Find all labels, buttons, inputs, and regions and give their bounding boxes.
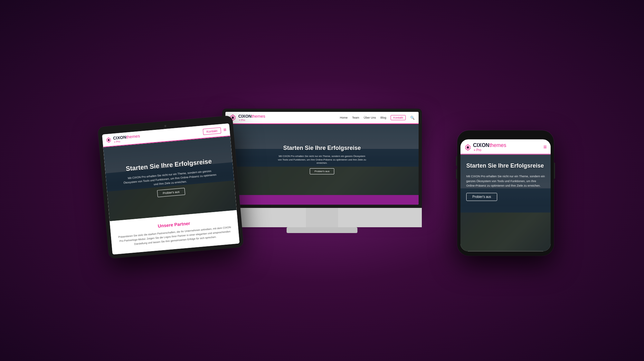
monitor-foot — [287, 227, 357, 233]
tablet-logo-text: CIXON themes » Pro — [113, 133, 140, 143]
logo-text-wrapper: CIXON themes » Pro — [238, 114, 265, 122]
tablet-hero-cta[interactable]: Probier's aus — [157, 188, 185, 197]
phone-hero-title: Starten Sie Ihre Erfolgsreise — [466, 162, 544, 170]
tablet-nav-right: Kontakt ≡ — [203, 127, 227, 135]
phone-hero-subtitle: Mit CIXON Pro erhalten Sie nicht nur ein… — [466, 174, 545, 188]
phone-hero: Starten Sie Ihre Erfolgsreise Mit CIXON … — [460, 154, 551, 251]
phone-hero-cta[interactable]: Probier's aus — [466, 193, 497, 201]
phone-navbar: CIXON themes » Pro ≡ — [460, 139, 551, 154]
nav-kontakt-button[interactable]: Kontakt — [391, 115, 406, 120]
phone-brand-suffix: themes — [489, 142, 506, 148]
tablet-logo-diamond-icon — [106, 137, 112, 143]
tablet-camera — [164, 125, 166, 127]
monitor-logo: CIXON themes » Pro — [229, 114, 340, 122]
monitor-hero: Starten Sie Ihre Erfolgsreise Mit CIXON … — [225, 124, 419, 195]
tablet-hero-content: Starten Sie Ihre Erfolgsreise Mit CIXON … — [103, 136, 237, 221]
phone-notch — [489, 130, 522, 137]
hamburger-menu-icon[interactable]: ≡ — [223, 127, 227, 133]
monitor-hero-content: Starten Sie Ihre Erfolgsreise Mit CIXON … — [225, 124, 419, 195]
phone-vol-up-button — [456, 156, 457, 166]
phone-hamburger-icon[interactable]: ≡ — [543, 144, 547, 151]
search-icon[interactable]: 🔍 — [410, 116, 415, 120]
logo-pro-label: » Pro — [239, 119, 265, 122]
monitor-neck — [306, 208, 338, 227]
monitor-navbar: CIXON themes » Pro Home Team Über Uns Bl… — [225, 112, 419, 124]
monitor-base-neck — [222, 208, 422, 227]
nav-link-uberuns[interactable]: Über Uns — [364, 116, 376, 119]
nav-link-home[interactable]: Home — [340, 116, 347, 119]
phone-hero-content: Starten Sie Ihre Erfolgsreise Mit CIXON … — [460, 154, 551, 251]
logo-brand-suffix: themes — [251, 114, 265, 119]
monitor-hero-cta[interactable]: Probier's aus — [310, 168, 334, 174]
nav-link-blog[interactable]: Blog — [380, 116, 386, 119]
phone-pro-label: » Pro — [474, 148, 506, 152]
phone-brand-name: CIXON — [473, 142, 489, 148]
tablet-screen: CIXON themes » Pro Kontakt ≡ — [102, 123, 240, 255]
phone-vol-down-button — [456, 169, 457, 179]
desktop-device: CIXON themes » Pro Home Team Über Uns Bl… — [222, 109, 422, 233]
phone-power-button — [554, 162, 555, 179]
tablet-device: CIXON themes » Pro Kontakt ≡ — [98, 115, 244, 259]
monitor-nav-links: Home Team Über Uns Blog Kontakt 🔍 — [340, 115, 415, 120]
logo-brand-name: CIXON — [238, 114, 251, 119]
tablet-frame: CIXON themes » Pro Kontakt ≡ — [98, 115, 244, 259]
tablet-hero: Starten Sie Ihre Erfolgsreise Mit CIXON … — [103, 136, 237, 221]
main-scene: CIXON themes » Pro Home Team Über Uns Bl… — [129, 35, 515, 326]
monitor-screen: CIXON themes » Pro Home Team Über Uns Bl… — [225, 112, 419, 205]
monitor-hero-subtitle: Mit CIXON Pro erhalten Sie nicht nur ein… — [277, 155, 367, 165]
phone-logo-text: CIXON themes » Pro — [473, 142, 506, 152]
monitor-hero-title: Starten Sie Ihre Erfolgsreise — [283, 145, 361, 151]
phone-frame: CIXON themes » Pro ≡ — [457, 130, 554, 256]
phone-logo-diamond-icon — [464, 144, 471, 151]
phone-logo: CIXON themes » Pro — [464, 142, 543, 152]
phone-device: CIXON themes » Pro ≡ — [457, 130, 554, 256]
nav-link-team[interactable]: Team — [352, 116, 359, 119]
monitor-purple-band — [225, 195, 419, 205]
monitor-frame: CIXON themes » Pro Home Team Über Uns Bl… — [222, 109, 422, 208]
tablet-kontakt-button[interactable]: Kontakt — [203, 127, 221, 135]
phone-screen: CIXON themes » Pro ≡ — [460, 139, 551, 251]
